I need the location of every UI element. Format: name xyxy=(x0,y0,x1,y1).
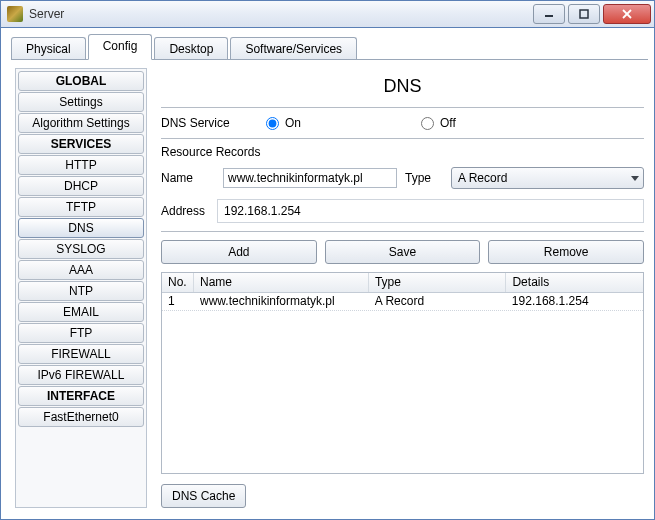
sidebar-header-interface: INTERFACE xyxy=(18,386,144,406)
sidebar-header-global: GLOBAL xyxy=(18,71,144,91)
cell-type: A Record xyxy=(369,293,506,310)
name-input[interactable] xyxy=(223,168,397,188)
col-details[interactable]: Details xyxy=(506,273,643,292)
address-input[interactable] xyxy=(217,199,644,223)
name-type-row: Name Type A Record xyxy=(161,163,644,193)
dns-on-radio[interactable] xyxy=(266,117,279,130)
table-header: No. Name Type Details xyxy=(162,273,643,293)
window-title: Server xyxy=(29,7,64,21)
sidebar-item-aaa[interactable]: AAA xyxy=(18,260,144,280)
save-button[interactable]: Save xyxy=(325,240,481,264)
minimize-button[interactable] xyxy=(533,4,565,24)
tab-desktop[interactable]: Desktop xyxy=(154,37,228,59)
sidebar-item-algorithm-settings[interactable]: Algorithm Settings xyxy=(18,113,144,133)
type-select-value: A Record xyxy=(458,171,507,185)
cache-row: DNS Cache xyxy=(161,474,644,508)
add-button[interactable]: Add xyxy=(161,240,317,264)
sidebar-item-fastethernet0[interactable]: FastEthernet0 xyxy=(18,407,144,427)
button-row: Add Save Remove xyxy=(161,232,644,272)
address-row: Address xyxy=(161,193,644,232)
address-label: Address xyxy=(161,204,217,218)
svg-rect-1 xyxy=(580,10,588,18)
dns-off-radio[interactable] xyxy=(421,117,434,130)
remove-button[interactable]: Remove xyxy=(488,240,644,264)
tab-config[interactable]: Config xyxy=(88,34,153,60)
col-name[interactable]: Name xyxy=(194,273,369,292)
dns-service-on[interactable]: On xyxy=(266,116,421,130)
chevron-down-icon xyxy=(631,176,639,181)
table-body: 1 www.technikinformatyk.pl A Record 192.… xyxy=(162,293,643,473)
sidebar-item-ftp[interactable]: FTP xyxy=(18,323,144,343)
sidebar-item-dns[interactable]: DNS xyxy=(18,218,144,238)
records-table: No. Name Type Details 1 www.technikinfor… xyxy=(161,272,644,474)
title-bar: Server xyxy=(0,0,655,28)
sidebar-item-syslog[interactable]: SYSLOG xyxy=(18,239,144,259)
dns-off-label: Off xyxy=(440,116,456,130)
sidebar-item-email[interactable]: EMAIL xyxy=(18,302,144,322)
sidebar-item-dhcp[interactable]: DHCP xyxy=(18,176,144,196)
dns-service-row: DNS Service On Off xyxy=(161,108,644,139)
tab-physical[interactable]: Physical xyxy=(11,37,86,59)
col-type[interactable]: Type xyxy=(369,273,507,292)
name-label: Name xyxy=(161,171,223,185)
table-row[interactable]: 1 www.technikinformatyk.pl A Record 192.… xyxy=(162,293,643,311)
cell-name: www.technikinformatyk.pl xyxy=(194,293,369,310)
sidebar-item-ntp[interactable]: NTP xyxy=(18,281,144,301)
sidebar-item-firewall[interactable]: FIREWALL xyxy=(18,344,144,364)
close-button[interactable] xyxy=(603,4,651,24)
sidebar-header-services: SERVICES xyxy=(18,134,144,154)
sidebar-item-http[interactable]: HTTP xyxy=(18,155,144,175)
maximize-button[interactable] xyxy=(568,4,600,24)
window-controls xyxy=(533,4,654,24)
window-body: Physical Config Desktop Software/Service… xyxy=(0,28,655,520)
sidebar-item-tftp[interactable]: TFTP xyxy=(18,197,144,217)
sidebar[interactable]: GLOBAL Settings Algorithm Settings SERVI… xyxy=(15,68,147,508)
tab-strip: Physical Config Desktop Software/Service… xyxy=(11,34,648,60)
app-icon xyxy=(7,6,23,22)
cell-details: 192.168.1.254 xyxy=(506,293,643,310)
dns-on-label: On xyxy=(285,116,301,130)
col-no[interactable]: No. xyxy=(162,273,194,292)
config-content: GLOBAL Settings Algorithm Settings SERVI… xyxy=(7,60,648,512)
type-select[interactable]: A Record xyxy=(451,167,644,189)
page-title: DNS xyxy=(161,68,644,108)
dns-cache-button[interactable]: DNS Cache xyxy=(161,484,246,508)
dns-service-label: DNS Service xyxy=(161,116,266,130)
sidebar-item-ipv6-firewall[interactable]: IPv6 FIREWALL xyxy=(18,365,144,385)
dns-pane: DNS DNS Service On Off Resource Records … xyxy=(147,68,644,508)
type-label: Type xyxy=(397,171,451,185)
resource-records-label: Resource Records xyxy=(161,139,644,163)
dns-service-off[interactable]: Off xyxy=(421,116,576,130)
sidebar-item-settings[interactable]: Settings xyxy=(18,92,144,112)
tab-software-services[interactable]: Software/Services xyxy=(230,37,357,59)
cell-no: 1 xyxy=(162,293,194,310)
